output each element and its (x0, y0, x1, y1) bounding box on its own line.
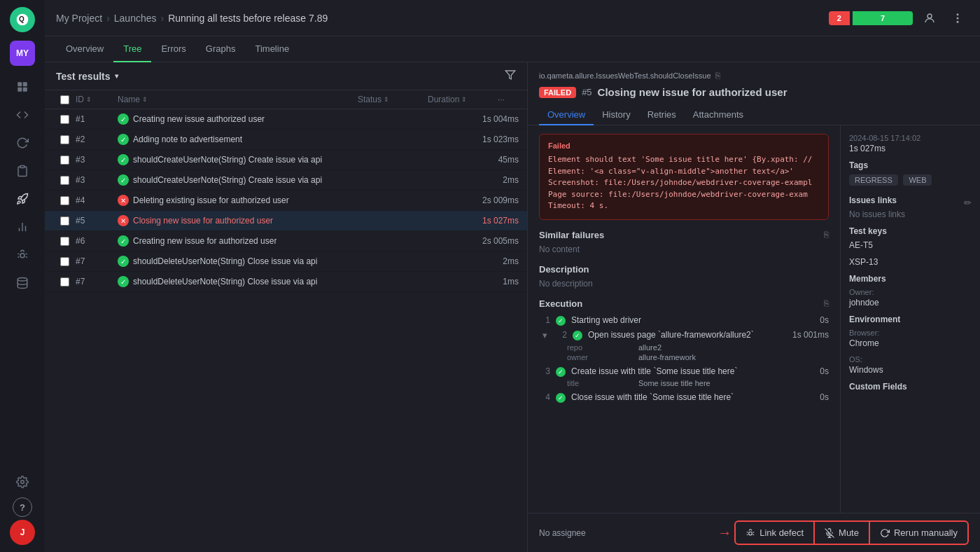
tab-graphs[interactable]: Graphs (196, 36, 246, 62)
app-logo[interactable]: Q (10, 7, 35, 32)
rocket-icon[interactable] (10, 186, 35, 212)
detail-tab-history[interactable]: History (594, 105, 638, 125)
select-all-check[interactable] (53, 95, 76, 104)
table-row[interactable]: #6 ✓ Creating new issue for authorized u… (45, 231, 527, 251)
row-check-1[interactable] (53, 115, 76, 124)
table-row[interactable]: #4 ✕ Deleting existing issue for authori… (45, 191, 527, 211)
tab-tree[interactable]: Tree (113, 36, 151, 62)
left-panel: Test results ▾ ID ⇕ Name ⇕ Status ⇕ Dura… (45, 62, 528, 552)
arrow-indicator: → (718, 525, 732, 541)
more-options-button[interactable] (946, 7, 969, 29)
refresh-icon[interactable] (10, 130, 35, 156)
copy-path-icon[interactable]: ⎘ (715, 71, 720, 81)
help-icon[interactable]: ? (13, 497, 32, 517)
svg-rect-3 (23, 82, 27, 86)
no-assignee-text: No assignee (539, 528, 586, 538)
status-fail-icon: ✕ (118, 195, 129, 206)
edit-issues-icon[interactable]: ✏ (964, 198, 972, 208)
row-checkbox[interactable] (60, 115, 69, 124)
copy-execution-icon[interactable]: ⎘ (824, 298, 829, 308)
row-check-2[interactable] (53, 135, 76, 144)
copy-similar-icon[interactable]: ⎘ (824, 230, 829, 240)
table-row[interactable]: #7 ✓ shouldDeleteUserNote(String) Close … (45, 272, 527, 292)
test-duration: 2ms (449, 256, 519, 266)
row-checkbox[interactable] (60, 237, 69, 246)
mute-icon (825, 528, 834, 538)
row-checkbox[interactable] (60, 156, 69, 165)
error-text: Element should text 'Some issue title he… (548, 154, 820, 212)
table-row[interactable]: #2 ✓ Adding note to advertisement 1s 023… (45, 130, 527, 150)
clipboard-icon[interactable] (10, 158, 35, 184)
tab-overview[interactable]: Overview (56, 36, 113, 62)
workspace-avatar[interactable]: MY (10, 41, 35, 66)
test-id: #2 (76, 134, 118, 144)
expand-icon[interactable]: ▾ (539, 330, 550, 341)
svg-point-14 (927, 14, 932, 18)
test-duration: 1s 023ms (449, 134, 519, 144)
detail-tab-overview[interactable]: Overview (539, 105, 594, 125)
col-name-header[interactable]: Name ⇕ (118, 95, 358, 104)
owner-label: Owner: (849, 288, 972, 296)
row-checkbox[interactable] (60, 196, 69, 205)
table-row[interactable]: #3 ✓ shouldCreateUserNote(String) Create… (45, 170, 527, 191)
row-check-6[interactable] (53, 237, 76, 246)
row-check-7b[interactable] (53, 277, 76, 287)
table-row[interactable]: #3 ✓ shouldCreateUserNote(String) Create… (45, 150, 527, 170)
row-checkbox[interactable] (60, 216, 69, 226)
row-check-3b[interactable] (53, 176, 76, 185)
row-check-3[interactable] (53, 156, 76, 165)
tab-errors[interactable]: Errors (151, 36, 195, 62)
col-status-header[interactable]: Status ⇕ (358, 95, 428, 104)
user-settings-button[interactable] (918, 7, 941, 29)
row-checkbox[interactable] (60, 277, 69, 287)
header-right: 2 7 (829, 7, 969, 29)
bug-icon[interactable] (10, 242, 35, 268)
link-defect-button[interactable]: Link defect (734, 520, 814, 545)
user-avatar[interactable]: J (10, 520, 35, 545)
test-results-title[interactable]: Test results ▾ (56, 71, 118, 82)
row-check-5[interactable] (53, 216, 76, 226)
row-checkbox[interactable] (60, 257, 69, 266)
table-row-selected[interactable]: #5 ✕ Closing new issue for authorized us… (45, 211, 527, 231)
mute-label: Mute (839, 527, 859, 538)
col-more[interactable]: ··· (498, 95, 519, 104)
select-all-checkbox[interactable] (60, 95, 69, 104)
settings-icon[interactable] (10, 469, 35, 495)
svg-rect-5 (23, 88, 27, 92)
exec-detail-3: title Some issue title here (567, 379, 829, 387)
filter-icon[interactable] (505, 69, 516, 83)
row-checkbox[interactable] (60, 135, 69, 144)
row-check-4[interactable] (53, 196, 76, 205)
rerun-manually-button[interactable]: Rerun manually (869, 520, 969, 545)
test-key-1: AE-T5 (849, 240, 972, 250)
detail-title-row: FAILED #5 Closing new issue for authoriz… (539, 86, 969, 98)
test-name: Adding note to advertisement (133, 134, 242, 144)
status-pass-icon: ✓ (118, 256, 129, 267)
breadcrumb-project[interactable]: My Project (56, 13, 102, 24)
exec-num: 2 (556, 330, 567, 340)
row-check-7a[interactable] (53, 257, 76, 266)
tab-timeline[interactable]: Timeline (245, 36, 299, 62)
test-results-label: Test results (56, 71, 111, 82)
code-icon[interactable] (10, 102, 35, 127)
col-duration-header[interactable]: Duration ⇕ (428, 95, 498, 104)
description-content: No description (539, 279, 829, 289)
test-name: shouldCreateUserNote(String) Create issu… (133, 175, 322, 185)
storage-icon[interactable] (10, 270, 35, 296)
no-issues-links: No issues links (849, 209, 972, 219)
dashboard-icon[interactable] (10, 74, 35, 99)
exec-detail-val: allure2 (638, 343, 829, 352)
sort-icon: ⇕ (384, 96, 389, 103)
detail-tab-retries[interactable]: Retries (639, 105, 685, 125)
test-results-header: Test results ▾ (45, 62, 527, 90)
col-id-header[interactable]: ID ⇕ (76, 95, 118, 104)
chart-icon[interactable] (10, 214, 35, 240)
breadcrumb-launches[interactable]: Launches (114, 13, 157, 24)
row-checkbox[interactable] (60, 176, 69, 185)
svg-marker-18 (505, 71, 514, 79)
table-row[interactable]: #1 ✓ Creating new issue authorized user … (45, 109, 527, 130)
mute-button[interactable]: Mute (814, 520, 869, 545)
detail-path: io.qameta.allure.IssuesWebTest.shouldClo… (539, 71, 969, 81)
detail-tab-attachments[interactable]: Attachments (685, 105, 752, 125)
table-row[interactable]: #7 ✓ shouldDeleteUserNote(String) Close … (45, 251, 527, 272)
